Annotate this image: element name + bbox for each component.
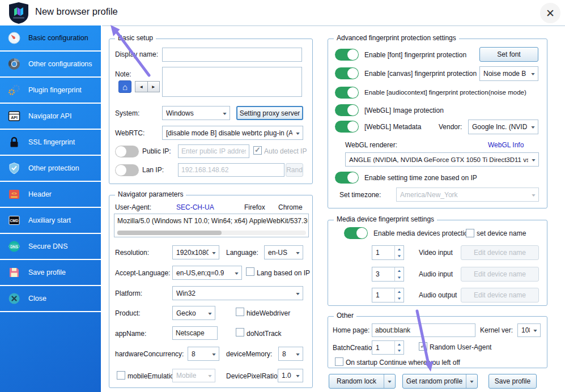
font-protection-toggle[interactable] bbox=[335, 49, 359, 61]
note-arrows-control[interactable]: ◄ ► bbox=[135, 81, 160, 92]
sidebar-item-other-configurations[interactable]: Other configurations bbox=[0, 52, 101, 78]
user-agent-box[interactable]: Mozilla/5.0 (Windows NT 10.0; Win64; x64… bbox=[114, 214, 309, 237]
product-dropdown[interactable]: Gecko ▼ bbox=[172, 306, 215, 320]
lang-based-on-ip-checkbox[interactable] bbox=[246, 267, 254, 276]
rand-button[interactable]: Rand bbox=[286, 163, 303, 177]
lan-ip-toggle[interactable] bbox=[115, 164, 139, 176]
sidebar-item-ssl-fingerprint[interactable]: SSL fingerprint bbox=[0, 130, 101, 156]
public-ip-toggle[interactable] bbox=[115, 146, 139, 157]
sidebar-item-close[interactable]: Close bbox=[0, 286, 101, 312]
spin-down-icon[interactable]: ▼ bbox=[393, 295, 406, 302]
audio-input-stepper[interactable]: 3 ▲▼ bbox=[372, 267, 404, 282]
device-memory-dropdown[interactable]: 8 ▼ bbox=[278, 347, 303, 361]
sidebar-item-header[interactable]: <> Header bbox=[0, 182, 101, 208]
get-random-profile-button[interactable]: Get random profile ▼ bbox=[402, 374, 478, 389]
hide-webdriver-checkbox[interactable] bbox=[236, 308, 244, 316]
public-ip-input[interactable] bbox=[178, 144, 249, 158]
set-timezone-dropdown[interactable]: America/New_York ▼ bbox=[396, 188, 539, 202]
kernel-ver-dropdown[interactable]: 108 ▼ bbox=[517, 323, 541, 337]
sidebar-item-navigator-api[interactable]: API Navigator API bbox=[0, 104, 101, 130]
webrtc-dropdown[interactable]: [disable mode B] disable webrtc plug-in … bbox=[162, 126, 303, 140]
close-window-button[interactable]: ✕ bbox=[540, 3, 560, 23]
edit-audio-output-device-button[interactable]: Edit device name bbox=[461, 288, 539, 302]
device-pixel-ratio-dropdown[interactable]: 1.0 ▼ bbox=[278, 369, 303, 382]
home-page-input[interactable] bbox=[372, 323, 475, 337]
canvas-noise-mode-dropdown[interactable]: Noise mode B ▼ bbox=[479, 66, 538, 81]
timezone-by-ip-toggle[interactable] bbox=[335, 172, 359, 184]
cmd-icon: CMD bbox=[7, 214, 21, 227]
platform-dropdown[interactable]: Win32 ▼ bbox=[172, 286, 303, 300]
sidebar-item-secure-dns[interactable]: DNS Secure DNS bbox=[0, 234, 101, 260]
lan-ip-input[interactable] bbox=[178, 163, 284, 177]
random-lock-button[interactable]: Random lock ▼ bbox=[329, 374, 396, 389]
arrow-right-icon[interactable]: ► bbox=[148, 82, 160, 92]
sidebar-item-label: Auxiliary start bbox=[28, 216, 71, 224]
other-legend: Other bbox=[334, 312, 356, 319]
home-button[interactable]: ⌂ bbox=[118, 80, 131, 93]
chrome-link[interactable]: Chrome bbox=[278, 203, 303, 211]
random-user-agent-checkbox[interactable] bbox=[419, 342, 427, 351]
display-name-input[interactable] bbox=[162, 48, 302, 62]
home-page-label: Home page: bbox=[333, 326, 369, 334]
dns-icon: DNS bbox=[7, 240, 21, 253]
resolution-dropdown[interactable]: 1920x1080 ▼ bbox=[172, 245, 219, 259]
sidebar-item-basic-configuration[interactable]: Basic configuration bbox=[0, 25, 101, 52]
sec-ch-ua-link[interactable]: SEC-CH-UA bbox=[176, 203, 214, 211]
spin-up-icon[interactable]: ▲ bbox=[393, 341, 406, 348]
media-devices-toggle[interactable] bbox=[344, 227, 368, 239]
spin-down-icon[interactable]: ▼ bbox=[393, 253, 406, 259]
mobile-emulation-checkbox[interactable] bbox=[117, 371, 125, 380]
chevron-down-icon: ▼ bbox=[211, 352, 216, 356]
audiocontext-protection-toggle[interactable] bbox=[335, 87, 359, 99]
webgl-metadata-toggle[interactable] bbox=[335, 121, 359, 133]
get-random-profile-dropdown-arrow[interactable]: ▼ bbox=[466, 374, 477, 388]
gears-icon bbox=[7, 83, 21, 97]
device-memory-label: deviceMemory: bbox=[226, 350, 272, 358]
do-not-track-checkbox[interactable] bbox=[236, 328, 244, 336]
hardware-concurrency-dropdown[interactable]: 8 ▼ bbox=[188, 347, 219, 361]
lang-based-on-ip-label: Lang based on IP bbox=[257, 269, 310, 277]
sidebar-item-auxiliary-start[interactable]: CMD Auxiliary start bbox=[0, 208, 101, 234]
vendor-dropdown[interactable]: Google Inc. (NVID ▼ bbox=[468, 120, 538, 134]
spin-up-icon[interactable]: ▲ bbox=[393, 267, 406, 274]
edit-audio-input-device-button[interactable]: Edit device name bbox=[461, 267, 539, 282]
video-input-stepper[interactable]: 1 ▲▼ bbox=[372, 245, 404, 260]
language-dropdown[interactable]: en-US ▼ bbox=[264, 245, 303, 259]
firefox-link[interactable]: Firefox bbox=[244, 203, 265, 211]
sidebar-item-other-protection[interactable]: Other protection bbox=[0, 156, 101, 182]
chevron-down-icon: ▼ bbox=[532, 329, 538, 333]
random-lock-dropdown-arrow[interactable]: ▼ bbox=[384, 374, 395, 388]
set-device-name-checkbox[interactable] bbox=[466, 229, 474, 237]
ua-scrollbar-thumb[interactable] bbox=[117, 231, 222, 235]
mobile-emulation-dropdown[interactable]: Mobile ▼ bbox=[172, 369, 215, 382]
webgl-info-link[interactable]: WebGL Info bbox=[488, 141, 524, 149]
auto-detect-ip-checkbox[interactable] bbox=[253, 146, 262, 155]
webgl-image-toggle[interactable] bbox=[335, 104, 359, 116]
webgl-renderer-dropdown[interactable]: ANGLE (NVIDIA, NVIDIA GeForce GTX 1050 T… bbox=[345, 152, 539, 167]
appname-input[interactable] bbox=[172, 326, 218, 340]
on-startup-checkbox[interactable] bbox=[335, 357, 343, 366]
sidebar-item-save-profile[interactable]: Save profile bbox=[0, 260, 101, 286]
spin-up-icon[interactable]: ▲ bbox=[393, 246, 406, 253]
edit-video-device-button[interactable]: Edit device name bbox=[461, 245, 539, 260]
system-dropdown[interactable]: Windows ▼ bbox=[162, 106, 230, 120]
audio-output-stepper[interactable]: 1 ▲▼ bbox=[372, 288, 404, 302]
chevron-down-icon: ▼ bbox=[207, 311, 213, 315]
setting-proxy-server-button[interactable]: Setting proxy server bbox=[236, 106, 303, 120]
sidebar-item-plugin-fingerprint[interactable]: Plugin fingerprint bbox=[0, 78, 101, 104]
arrow-left-icon[interactable]: ◄ bbox=[135, 82, 148, 92]
spin-up-icon[interactable]: ▲ bbox=[393, 288, 406, 295]
spin-down-icon[interactable]: ▼ bbox=[393, 274, 406, 281]
batch-creation-stepper[interactable]: 1 ▲▼ bbox=[372, 340, 404, 355]
kernel-ver-label: Kernel ver: bbox=[480, 326, 513, 334]
audiocontext-protection-label: Enable [audiocontext] fingerprint protec… bbox=[364, 89, 526, 96]
spin-down-icon[interactable]: ▼ bbox=[393, 348, 406, 355]
save-profile-button[interactable]: Save profile bbox=[488, 374, 537, 389]
app-logo-icon bbox=[8, 2, 29, 24]
accept-language-dropdown[interactable]: en-US,en;q=0.9 ▼ bbox=[172, 266, 242, 280]
canvas-protection-toggle[interactable] bbox=[335, 67, 359, 79]
set-font-button[interactable]: Set font bbox=[479, 47, 538, 62]
note-textarea[interactable] bbox=[162, 67, 302, 97]
shield-icon bbox=[7, 161, 21, 175]
batch-creation-label: BatchCreation: bbox=[333, 344, 377, 352]
